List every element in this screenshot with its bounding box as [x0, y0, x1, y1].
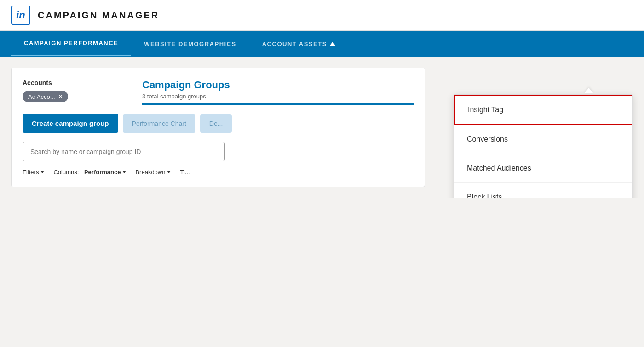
- download-button[interactable]: De...: [200, 114, 232, 133]
- top-bar: in CAMPAIGN MANAGER: [0, 0, 644, 31]
- nav-account-assets[interactable]: ACCOUNT ASSETS: [249, 32, 348, 56]
- accounts-label: Accounts: [23, 79, 124, 86]
- account-assets-dropdown-menu: Insight Tag Conversions Matched Audience…: [454, 94, 633, 198]
- performance-chart-button[interactable]: Performance Chart: [123, 114, 196, 133]
- dropdown-arrow-icon: [584, 88, 593, 93]
- time-filter[interactable]: Ti...: [180, 169, 190, 176]
- create-campaign-group-button[interactable]: Create campaign group: [23, 114, 118, 133]
- columns-dropdown[interactable]: Columns: Performance: [53, 169, 126, 176]
- main-content: Accounts Ad Acco... × Campaign Groups 3 …: [0, 57, 644, 198]
- filters-label: Filters: [23, 169, 39, 176]
- search-input[interactable]: [23, 142, 225, 161]
- columns-label: Columns:: [53, 169, 79, 176]
- time-label: Ti...: [180, 169, 190, 176]
- buttons-row: Create campaign group Performance Chart …: [23, 114, 414, 133]
- main-panel: Accounts Ad Acco... × Campaign Groups 3 …: [11, 68, 425, 187]
- campaign-groups-section: Campaign Groups 3 total campaign groups: [142, 79, 414, 105]
- breakdown-label: Breakdown: [135, 169, 165, 176]
- breakdown-dropdown[interactable]: Breakdown: [135, 169, 171, 176]
- account-assets-arrow-icon: [330, 42, 335, 46]
- account-tag: Ad Acco... ×: [23, 91, 68, 102]
- filters-row: Filters Columns: Performance Breakdown T…: [23, 169, 414, 176]
- dropdown-item-conversions[interactable]: Conversions: [454, 125, 632, 154]
- nav-campaign-performance[interactable]: CAMPAIGN PERFORMANCE: [11, 31, 131, 56]
- nav-bar: CAMPAIGN PERFORMANCE WEBSITE DEMOGRAPHIC…: [0, 31, 644, 57]
- campaign-groups-subtitle: 3 total campaign groups: [142, 93, 414, 100]
- account-tag-close-button[interactable]: ×: [59, 93, 63, 100]
- accounts-section: Accounts Ad Acco... ×: [23, 79, 124, 102]
- account-tag-text: Ad Acco...: [28, 93, 55, 100]
- filters-dropdown[interactable]: Filters: [23, 169, 44, 176]
- linkedin-logo: in: [11, 6, 30, 25]
- dropdown-item-matched-audiences[interactable]: Matched Audiences: [454, 154, 632, 183]
- nav-website-demographics[interactable]: WEBSITE DEMOGRAPHICS: [131, 32, 249, 56]
- app-title: CAMPAIGN MANAGER: [38, 10, 159, 21]
- columns-value: Performance: [84, 169, 121, 176]
- dropdown-item-insight-tag[interactable]: Insight Tag: [454, 95, 632, 125]
- campaign-groups-title: Campaign Groups: [142, 79, 414, 91]
- linkedin-logo-text: in: [16, 10, 25, 20]
- dropdown-item-block-lists[interactable]: Block Lists: [454, 183, 632, 198]
- columns-chevron-icon: [122, 171, 126, 173]
- campaign-groups-underline: [142, 103, 414, 105]
- breakdown-chevron-icon: [167, 171, 171, 173]
- panel-header: Accounts Ad Acco... × Campaign Groups 3 …: [23, 79, 414, 105]
- filters-chevron-icon: [40, 171, 44, 173]
